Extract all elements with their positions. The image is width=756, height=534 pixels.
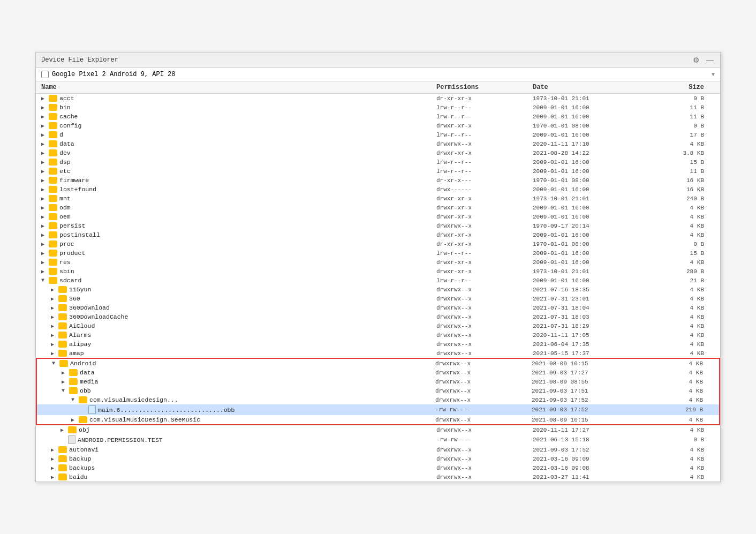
table-row[interactable]: ▼ obb drwxrwx--x 2021-09-03 17:51 4 KB	[37, 386, 719, 395]
expand-chevron[interactable]: ▶	[41, 232, 47, 238]
table-row[interactable]: ▶ postinstall drwxr-xr-x 2009-01-01 16:0…	[36, 230, 720, 239]
expand-chevron[interactable]: ▶	[41, 177, 47, 184]
table-row[interactable]: ▶ bin lrw-r--r-- 2009-01-01 16:00 11 B	[36, 103, 720, 112]
expand-chevron[interactable]: ▶	[51, 474, 56, 480]
expand-chevron[interactable]: ▶	[41, 95, 47, 102]
expand-chevron[interactable]: ▶	[51, 305, 56, 311]
table-row[interactable]: ▶ dsp lrw-r--r-- 2009-01-01 16:00 15 B	[36, 157, 720, 167]
table-row[interactable]: ▶ 360Download drwxrwx--x 2021-07-31 18:0…	[36, 303, 720, 312]
table-row[interactable]: ▶ amap drwxrwx--x 2021-05-15 17:37 4 KB	[36, 349, 720, 358]
expand-chevron[interactable]: ▶	[41, 186, 47, 193]
table-row[interactable]: ▶ product lrw-r--r-- 2009-01-01 16:00 15…	[36, 249, 720, 258]
expand-chevron[interactable]: ▶	[62, 370, 67, 376]
file-name: com.VisualMusicDesign.SeeMusic	[89, 416, 200, 423]
expand-chevron[interactable]: ▶	[51, 447, 56, 453]
table-row[interactable]: ▶ media drwxrwx--x 2021-08-09 08:55 4 KB	[37, 377, 719, 386]
folder-icon	[49, 231, 57, 238]
table-row[interactable]: ▶ etc lrw-r--r-- 2009-01-01 16:00 11 B	[36, 167, 720, 176]
expand-chevron[interactable]: ▶	[71, 417, 77, 423]
table-row[interactable]: ▶ 360DownloadCache drwxrwx--x 2021-07-31…	[36, 312, 720, 321]
table-row[interactable]: ▶ autonavi drwxrwx--x 2021-09-03 17:52 4…	[36, 445, 720, 454]
expand-chevron[interactable]: ▶	[61, 427, 66, 433]
permissions-cell: lrw-r--r--	[436, 277, 533, 284]
expand-chevron[interactable]: ▶	[41, 195, 47, 202]
expand-chevron[interactable]: ▶	[41, 104, 47, 111]
expand-chevron[interactable]: ▶	[41, 114, 47, 120]
table-row[interactable]: ▶ proc dr-xr-xr-x 1970-01-01 08:00 0 B	[36, 239, 720, 249]
expand-chevron[interactable]: ▼	[41, 277, 47, 283]
expand-chevron[interactable]: ▶	[41, 150, 47, 156]
size-cell: 280 B	[651, 268, 715, 275]
table-row[interactable]: ▶ cache lrw-r--r-- 2009-01-01 16:00 11 B	[36, 112, 720, 121]
expand-chevron[interactable]: ▶	[41, 159, 47, 166]
table-row[interactable]: ▼ sdcard lrw-r--r-- 2009-01-01 16:00 21 …	[36, 276, 720, 285]
table-row[interactable]: ▶ com.VisualMusicDesign.SeeMusic drwxrwx…	[37, 415, 719, 424]
expand-chevron[interactable]: ▼	[52, 360, 57, 366]
table-row[interactable]: ▶ baidu drwxrwx--x 2021-03-27 11:41 4 KB	[36, 472, 720, 482]
table-row[interactable]: ▶ sbin drwxr-xr-x 1973-10-01 21:01 280 B	[36, 267, 720, 276]
table-row[interactable]: ▶ firmware dr-xr-x--- 1970-01-01 08:00 1…	[36, 176, 720, 185]
expand-chevron[interactable]: ▶	[41, 250, 47, 257]
table-row[interactable]: ▶ odm drwxr-xr-x 2009-01-01 16:00 4 KB	[36, 203, 720, 212]
table-row[interactable]: ▶ oem drwxr-xr-x 2009-01-01 16:00 4 KB	[36, 212, 720, 221]
table-row[interactable]: ▼ com.visualmusicdesign... drwxrwx--x 20…	[37, 395, 719, 404]
size-cell: 0 B	[651, 437, 715, 443]
table-row[interactable]: ▶ config drwxr-xr-x 1970-01-01 08:00 0 B	[36, 121, 720, 130]
device-dropdown-arrow[interactable]: ▼	[712, 72, 715, 78]
expand-chevron[interactable]: ▶	[41, 123, 47, 129]
file-name: AiCloud	[69, 322, 95, 329]
expand-chevron[interactable]: ▼	[71, 397, 77, 403]
table-row[interactable]: ▶ data drwxrwx--x 2020-11-11 17:10 4 KB	[36, 139, 720, 148]
table-row[interactable]: ANDROID.PERMISSION.TEST -rw-rw---- 2021-…	[36, 434, 720, 445]
expand-chevron[interactable]: ▼	[62, 388, 67, 394]
expand-chevron[interactable]: ▶	[51, 456, 56, 462]
expand-chevron[interactable]: ▶	[41, 223, 47, 229]
table-row[interactable]: ▶ 115yun drwxrwx--x 2021-07-16 18:35 4 K…	[36, 285, 720, 294]
expand-chevron[interactable]: ▶	[41, 241, 47, 247]
table-row[interactable]: main.6............................obb -r…	[37, 404, 719, 415]
expand-chevron[interactable]: ▶	[51, 341, 56, 348]
table-row[interactable]: ▶ AiCloud drwxrwx--x 2021-07-31 18:29 4 …	[36, 321, 720, 330]
table-row[interactable]: ▶ acct dr-xr-xr-x 1973-10-01 21:01 0 B	[36, 94, 720, 103]
expand-chevron[interactable]: ▶	[51, 296, 56, 302]
expand-chevron[interactable]: ▶	[51, 350, 56, 357]
expand-chevron[interactable]: ▶	[62, 379, 67, 385]
settings-button[interactable]: ⚙	[692, 56, 701, 64]
table-row[interactable]: ▶ lost+found drwx------ 2009-01-01 16:00…	[36, 185, 720, 194]
table-row[interactable]: ▶ res drwxr-xr-x 2009-01-01 16:00 4 KB	[36, 258, 720, 267]
table-row[interactable]: ▶ backup drwxrwx--x 2021-03-16 09:09 4 K…	[36, 454, 720, 463]
date-cell: 2020-11-11 17:10	[533, 141, 651, 147]
table-row[interactable]: ▶ obj drwxrwx--x 2020-11-11 17:27 4 KB	[36, 425, 720, 434]
file-name: etc	[59, 168, 71, 175]
size-cell: 4 KB	[649, 388, 714, 394]
date-cell: 2021-07-31 23:01	[533, 296, 651, 302]
permissions-cell: dr-xr-xr-x	[436, 95, 533, 102]
expand-chevron[interactable]: ▶	[51, 465, 56, 471]
table-row[interactable]: ▶ Alarms drwxrwx--x 2020-11-11 17:05 4 K…	[36, 330, 720, 340]
table-row[interactable]: ▶ dev drwxr-xr-x 2021-08-28 14:22 3.8 KB	[36, 148, 720, 157]
expand-chevron[interactable]: ▶	[41, 205, 47, 211]
expand-chevron[interactable]: ▶	[41, 214, 47, 220]
file-name: 360DownloadCache	[69, 313, 128, 320]
expand-chevron[interactable]: ▶	[41, 141, 47, 147]
expand-chevron[interactable]: ▶	[41, 268, 47, 275]
table-row[interactable]: ▶ backups drwxrwx--x 2021-03-16 09:08 4 …	[36, 463, 720, 472]
expand-chevron[interactable]: ▶	[41, 259, 47, 266]
table-row[interactable]: ▶ 360 drwxrwx--x 2021-07-31 23:01 4 KB	[36, 294, 720, 303]
table-row[interactable]: ▶ d lrw-r--r-- 2009-01-01 16:00 17 B	[36, 130, 720, 139]
table-row[interactable]: ▼ Android drwxrwx--x 2021-08-09 10:15 4 …	[37, 359, 719, 368]
expand-chevron[interactable]: ▶	[51, 332, 56, 339]
table-row[interactable]: ▶ alipay drwxrwx--x 2021-06-04 17:35 4 K…	[36, 340, 720, 349]
name-cell: ▶ lost+found	[41, 186, 436, 193]
expand-chevron[interactable]: ▶	[41, 168, 47, 175]
expand-chevron[interactable]: ▶	[41, 132, 47, 138]
date-cell: 2021-09-03 17:52	[533, 447, 651, 453]
table-row[interactable]: ▶ mnt drwxr-xr-x 1973-10-01 21:01 240 B	[36, 194, 720, 203]
minimize-button[interactable]: —	[705, 56, 715, 64]
table-row[interactable]: ▶ data drwxrwx--x 2021-09-03 17:27 4 KB	[37, 368, 719, 377]
expand-chevron[interactable]: ▶	[51, 314, 56, 320]
expand-chevron[interactable]: ▶	[51, 287, 56, 293]
expand-chevron[interactable]: ▶	[51, 323, 56, 329]
table-row[interactable]: ▶ persist drwxrwx--x 1970-09-17 20:14 4 …	[36, 221, 720, 230]
folder-icon	[69, 369, 78, 376]
